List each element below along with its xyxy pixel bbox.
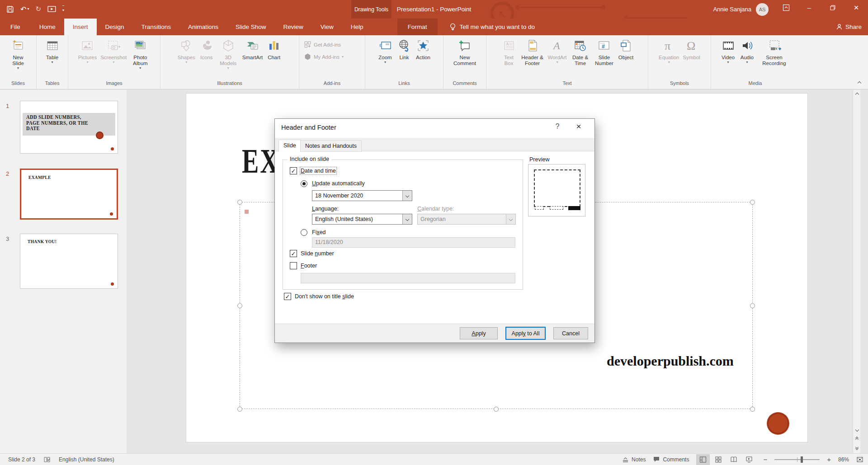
share-button[interactable]: Share	[836, 19, 862, 35]
fit-slide-to-window-button[interactable]	[856, 456, 863, 463]
footer-text-input[interactable]	[301, 273, 515, 283]
update-automatically-radio[interactable]	[301, 180, 307, 187]
tab-file[interactable]: File	[0, 19, 31, 35]
dialog-tab-slide[interactable]: Slide	[278, 140, 301, 152]
audio-button[interactable]: Audio ▾	[738, 37, 757, 64]
dialog-help-button[interactable]: ?	[551, 122, 564, 133]
new-comment-button[interactable]: New Comment	[449, 37, 480, 66]
slide-show-view-button[interactable]	[742, 454, 756, 465]
tab-slide-show[interactable]: Slide Show	[227, 19, 275, 35]
zoom-out-button[interactable]: −	[763, 456, 767, 463]
tab-view[interactable]: View	[312, 19, 342, 35]
account-area[interactable]: Annie Sanjana AS	[713, 0, 769, 19]
selection-handle[interactable]	[750, 303, 755, 308]
combo-dropdown-button[interactable]	[402, 214, 412, 224]
date-time-button[interactable]: Date & Time	[568, 37, 592, 66]
selection-handle[interactable]	[494, 407, 499, 412]
chart-button[interactable]: Chart	[264, 37, 283, 61]
date-format-combobox[interactable]: 18 November 2020	[312, 190, 412, 201]
normal-view-button[interactable]	[696, 454, 710, 465]
apply-button[interactable]: Apply	[460, 327, 498, 339]
next-slide-button[interactable]	[853, 443, 861, 452]
my-addins-button[interactable]: My Add-ins ▾	[304, 53, 344, 61]
tell-me-box[interactable]: Tell me what you want to do	[449, 19, 535, 35]
undo-button[interactable]: ↶ ▾	[20, 5, 29, 14]
apply-to-all-button[interactable]: Apply to All	[505, 327, 546, 340]
pictures-button[interactable]: Pictures ▾	[76, 37, 99, 64]
tab-transitions[interactable]: Transitions	[133, 19, 180, 35]
slide-number-checkbox[interactable]: ✓	[290, 250, 297, 257]
selection-handle[interactable]	[237, 303, 242, 308]
comments-button[interactable]: Comments	[653, 456, 689, 463]
new-slide-button[interactable]: New Slide ▾	[6, 37, 30, 70]
redo-button[interactable]: ↻	[35, 5, 41, 13]
symbol-button[interactable]: Ω Symbol	[681, 37, 702, 61]
table-dropdown-arrow[interactable]: ▾	[51, 61, 53, 64]
screen-recording-button[interactable]: Screen Recording	[757, 37, 792, 66]
scroll-up-button[interactable]	[853, 90, 861, 99]
restore-button[interactable]	[821, 0, 844, 15]
tab-format[interactable]: Format	[397, 19, 438, 35]
3d-models-button[interactable]: 3D Models ▾	[216, 37, 241, 70]
zoom-percentage[interactable]: 86%	[838, 456, 849, 463]
dont-show-title-slide-label[interactable]: Don't show on title slide	[295, 293, 354, 300]
smartart-button[interactable]: SmartArt	[241, 37, 264, 61]
language-status[interactable]: English (United States)	[59, 456, 114, 463]
slide-sorter-view-button[interactable]	[712, 454, 725, 465]
text-box-button[interactable]: A Text Box	[499, 37, 519, 66]
shapes-button[interactable]: Shapes ▾	[176, 37, 197, 64]
selection-handle[interactable]	[237, 200, 242, 205]
collapse-ribbon-button[interactable]	[855, 80, 863, 86]
wordart-button[interactable]: A WordArt ▾	[546, 37, 569, 64]
previous-slide-button[interactable]	[853, 434, 861, 443]
spell-check-button[interactable]	[43, 456, 51, 463]
tab-insert[interactable]: Insert	[64, 19, 97, 35]
selection-handle[interactable]	[750, 407, 755, 412]
fixed-radio[interactable]	[301, 229, 307, 236]
combo-dropdown-button[interactable]	[402, 191, 412, 201]
date-and-time-label[interactable]: Date and time	[301, 168, 336, 174]
action-button[interactable]: Action	[414, 37, 433, 61]
date-and-time-checkbox[interactable]: ✓	[290, 167, 297, 174]
zoom-button[interactable]: Zoom ▾	[376, 37, 395, 64]
photo-album-button[interactable]: Photo Album ▾	[128, 37, 152, 70]
get-addins-button[interactable]: Get Add-ins	[304, 41, 341, 48]
selection-handle[interactable]	[750, 200, 755, 205]
slide-1-thumbnail[interactable]: ADD SLIDE NUMBERS, PAGE NUMBERS, OR THE …	[20, 101, 118, 154]
video-dropdown-arrow[interactable]: ▾	[727, 61, 729, 64]
object-button[interactable]: Object	[616, 37, 635, 61]
video-button[interactable]: Video ▾	[719, 37, 738, 64]
language-combobox[interactable]: English (United States)	[312, 214, 412, 225]
close-button[interactable]: ×	[844, 0, 868, 15]
slide-number-button[interactable]: # Slide Number	[592, 37, 616, 66]
tab-design[interactable]: Design	[97, 19, 133, 35]
dont-show-title-slide-checkbox[interactable]: ✓	[284, 293, 291, 300]
slide-2-thumbnail[interactable]: EXAMPLE	[20, 169, 118, 220]
vertical-scrollbar[interactable]	[853, 90, 860, 453]
tab-help[interactable]: Help	[342, 19, 372, 35]
save-button[interactable]	[6, 5, 14, 13]
equation-button[interactable]: π Equation ▾	[657, 37, 681, 64]
new-slide-dropdown-arrow[interactable]: ▾	[17, 66, 19, 70]
icons-button[interactable]: Icons	[197, 37, 216, 61]
tab-review[interactable]: Review	[274, 19, 311, 35]
undo-dropdown-arrow[interactable]: ▾	[27, 7, 29, 11]
avatar[interactable]: AS	[756, 3, 769, 16]
dialog-tab-notes-handouts[interactable]: Notes and Handouts	[300, 140, 362, 152]
slide-3-thumbnail[interactable]: THANK YOU!	[20, 234, 118, 289]
customize-quick-access-button[interactable]: ▾	[62, 5, 64, 13]
zoom-dropdown-arrow[interactable]: ▾	[384, 61, 386, 64]
photo-album-dropdown-arrow[interactable]: ▾	[139, 66, 141, 70]
footer-checkbox-label[interactable]: Footer	[301, 263, 317, 269]
tab-animations[interactable]: Animations	[179, 19, 227, 35]
tab-home[interactable]: Home	[31, 19, 64, 35]
slide-number-checkbox-label[interactable]: Slide number	[301, 250, 334, 257]
header-footer-button[interactable]: Header & Footer	[519, 37, 546, 66]
audio-dropdown-arrow[interactable]: ▾	[746, 61, 748, 64]
zoom-slider[interactable]	[774, 459, 820, 460]
reading-view-button[interactable]	[727, 454, 741, 465]
minimize-button[interactable]: –	[797, 0, 821, 15]
cancel-button[interactable]: Cancel	[553, 327, 588, 339]
start-from-beginning-button[interactable]	[47, 5, 56, 13]
scroll-down-button[interactable]	[853, 425, 861, 434]
